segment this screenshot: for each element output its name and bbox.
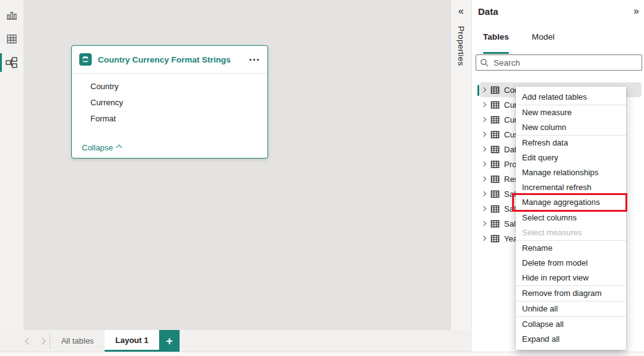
menu-item-new-column[interactable]: New column [516,120,626,135]
chevron-up-icon [116,145,122,151]
menu-item-remove-from-diagram[interactable]: Remove from diagram [516,286,626,301]
table-icon [490,234,500,243]
add-layout-button[interactable]: + [159,330,180,352]
status-strip [0,352,644,356]
table-card-title: Country Currency Format Strings [98,55,231,64]
data-panel-title: Data [478,6,498,17]
expand-chevron-icon[interactable] [481,191,486,196]
search-box[interactable] [476,54,642,71]
tab-model[interactable]: Model [532,32,555,46]
menu-item-select-columns[interactable]: Select columns [516,211,626,225]
menu-item-new-measure[interactable]: New measure [516,105,626,120]
expand-chevron-icon[interactable] [481,221,486,226]
view-switcher-sidebar [0,0,24,330]
menu-item-collapse-all[interactable]: Collapse all [516,317,626,332]
menu-item-expand-all[interactable]: Expand all [516,332,626,347]
expand-chevron-icon[interactable] [481,162,486,167]
table-icon [490,130,500,139]
properties-pane-label: Properties [456,26,466,66]
menu-item-hide-in-report-view[interactable]: Hide in report view [516,271,626,285]
tab-layout-1[interactable]: Layout 1 [105,330,159,352]
model-canvas[interactable]: Country Currency Format Strings CountryC… [24,0,450,330]
database-icon [79,53,92,66]
selected-view-indicator [0,53,2,72]
menu-item-select-measures: Select measures [516,225,626,240]
expand-chevron-icon[interactable] [481,176,486,181]
table-card[interactable]: Country Currency Format Strings CountryC… [71,45,268,158]
table-icon [490,85,500,95]
table-icon [490,219,500,228]
table-icon [490,204,500,214]
menu-item-incremental-refresh[interactable]: Incremental refresh [516,180,626,195]
menu-item-add-related-tables[interactable]: Add related tables [516,90,626,105]
table-card-header: Country Currency Format Strings [72,46,268,74]
menu-item-manage-aggregations[interactable]: Manage aggregations [516,195,626,210]
tab-tables-label: Tables [483,32,509,41]
menu-item-manage-relationships[interactable]: Manage relationships [516,165,626,180]
table-context-menu: Add related tablesNew measureNew columnR… [516,87,626,350]
properties-pane-collapsed[interactable]: « Properties [450,0,472,352]
layout-tab-bar: All tables Layout 1 + [0,330,472,352]
more-options-icon[interactable] [248,56,260,63]
expand-chevron-icon[interactable] [481,236,486,241]
table-field-format[interactable]: Format [90,111,268,127]
menu-item-delete-from-model[interactable]: Delete from model [516,256,626,271]
table-icon [490,100,500,110]
menu-item-refresh-data[interactable]: Refresh data [516,136,626,150]
search-input[interactable] [492,58,638,68]
table-icon [490,115,500,124]
selected-row-indicator [477,85,479,96]
data-panel-tabs: Tables Model [483,32,555,46]
expand-chevron-icon[interactable] [481,132,486,137]
table-icon [490,160,500,169]
tab-all-tables[interactable]: All tables [50,330,105,352]
tab-tables[interactable]: Tables [483,32,509,46]
table-icon [490,145,500,154]
active-tab-underline [483,52,509,54]
next-layout-arrow-icon[interactable] [36,330,48,352]
previous-layout-arrow-icon[interactable] [22,330,35,352]
menu-item-rename[interactable]: Rename [516,241,626,256]
menu-item-edit-query[interactable]: Edit query [516,150,626,165]
expand-chevron-icon[interactable] [481,117,486,122]
collapse-card-link[interactable]: Collapse [82,143,121,152]
report-view-icon[interactable] [0,5,24,26]
expand-chevron-icon[interactable] [481,87,486,92]
table-field-currency[interactable]: Currency [90,95,268,111]
expand-chevron-icon[interactable] [481,147,486,152]
table-icon [490,175,500,184]
data-view-icon[interactable] [0,28,24,50]
table-field-country[interactable]: Country [90,79,268,95]
model-view-icon[interactable] [0,52,24,73]
search-icon [480,58,489,67]
expand-chevron-icon[interactable] [481,102,486,107]
expand-pane-icon[interactable]: » [633,5,639,17]
tab-model-label: Model [532,32,555,41]
menu-item-unhide-all[interactable]: Unhide all [516,302,626,316]
expand-chevron-icon[interactable] [481,206,486,211]
table-icon [490,189,500,199]
table-card-fields: CountryCurrencyFormat [72,74,268,127]
powerbi-model-view: Country Currency Format Strings CountryC… [0,0,644,356]
collapse-pane-icon[interactable]: « [451,5,471,17]
collapse-label: Collapse [82,143,113,152]
